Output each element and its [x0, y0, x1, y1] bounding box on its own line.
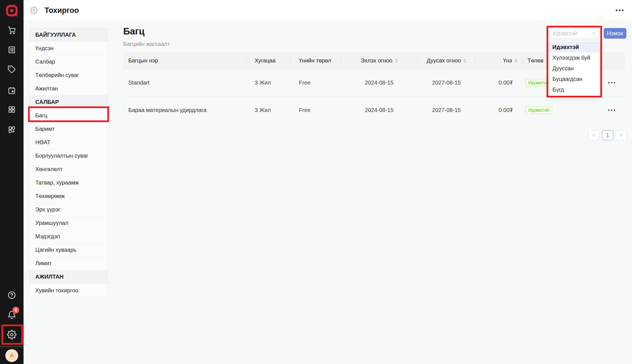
package-name: Бараа материалын удирдлага	[123, 97, 247, 124]
sorter-icon[interactable]	[463, 59, 466, 63]
status-filter-placeholder: Идэвхтэй	[553, 30, 592, 37]
ellipsis-icon	[616, 10, 617, 11]
q-logo-icon	[5, 4, 18, 17]
nav-sales[interactable]	[0, 26, 24, 35]
col-header-price-type: Үнийн төрөл	[291, 52, 341, 69]
sidebar-item-noat[interactable]: НӨАТ	[29, 136, 108, 149]
ellipsis-icon	[608, 82, 610, 83]
sidebar-item-salbar[interactable]: Салбар	[29, 55, 108, 69]
sidebar-item-uramshuulal[interactable]: Урамшуулал	[29, 216, 108, 230]
page-header-title: Тохиргоо	[45, 6, 79, 15]
help-button[interactable]	[0, 291, 24, 300]
sidebar-item-tolboriin-suvag[interactable]: Төлбөрийн суваг	[29, 69, 108, 82]
nav-orders[interactable]	[0, 45, 24, 54]
package-duration: 3 Жил	[247, 97, 291, 124]
dropdown-option-idevkhtei[interactable]: Идэвхтэй	[549, 42, 600, 52]
status-filter-select[interactable]: Идэвхтэй	[549, 28, 600, 39]
order-list-icon	[8, 46, 16, 54]
package-price: 0.00₮	[475, 97, 523, 124]
pagination-next-button[interactable]: >	[616, 130, 627, 140]
dropdown-option-bugd[interactable]: Бүгд	[549, 84, 600, 95]
help-icon	[8, 291, 16, 299]
col-header-name: Багцын нэр	[123, 52, 247, 69]
rail-footer-divider	[0, 347, 24, 347]
app-rail: 8 A	[0, 0, 24, 364]
gear-icon	[30, 6, 38, 14]
col-header-price[interactable]: Үнэ	[475, 52, 523, 69]
sorter-icon[interactable]	[395, 59, 398, 63]
sidebar-item-undsen[interactable]: Үндсэн	[29, 42, 108, 55]
package-start-date: 2024-08-15	[341, 97, 417, 124]
chevron-down-icon	[592, 32, 596, 35]
avatar[interactable]: A	[5, 349, 18, 362]
row-actions-button[interactable]	[608, 107, 615, 113]
sidebar-item-ajiltan[interactable]: Ажилтан	[29, 82, 108, 95]
sidebar-section-ajiltan: АЖИЛТАН	[29, 270, 108, 284]
sidebar-item-tokhoromj[interactable]: Төхөөрөмж	[29, 190, 108, 203]
sidebar-item-borluulaltyn-suvag[interactable]: Борлуулалтын суваг	[29, 149, 108, 163]
nav-pricing[interactable]	[0, 65, 24, 74]
package-duration: 3 Жил	[247, 69, 291, 96]
more-menu-button[interactable]	[614, 7, 626, 13]
package-start-date: 2024-08-15	[341, 69, 417, 96]
col-header-end-date[interactable]: Дуусах огноо	[417, 52, 475, 69]
package-name: Standart	[123, 69, 247, 96]
sidebar-item-erkh-uureg[interactable]: Эрх үүрэг	[29, 203, 108, 216]
cart-icon	[8, 26, 16, 34]
status-badge: Идэвхтэй	[525, 79, 552, 87]
sidebar-section-salbar: САЛБАР	[29, 95, 108, 109]
page-title: Багц	[123, 26, 145, 37]
ellipsis-icon	[608, 109, 610, 111]
sidebar-item-khuviin-tokhirgoo[interactable]: Хувийн тохиргоо	[29, 284, 108, 297]
nav-apps[interactable]	[0, 105, 24, 114]
add-button[interactable]: Нэмэх	[604, 28, 626, 39]
notifications-button[interactable]	[0, 310, 24, 320]
notification-badge: 8	[12, 307, 19, 314]
page-subtitle: Багцийн жагсаалт	[123, 41, 170, 47]
sidebar-item-tsagiin-khuvaar[interactable]: Цагийн хуваарь	[29, 243, 108, 257]
sidebar-item-medegdel[interactable]: Мэдэгдэл	[29, 230, 108, 243]
status-badge: Идэвхтэй	[525, 106, 552, 114]
sidebar-item-barimt[interactable]: Баримт	[29, 122, 108, 136]
page-root: 8 A Тохиргоо БАЙГУУЛЛАГА Үндсэн Салбар Т…	[0, 0, 632, 364]
sidebar-item-tatvar-khuraamj[interactable]: Татвар, хураамж	[29, 176, 108, 190]
row-actions-button[interactable]	[608, 80, 615, 86]
settings-icon	[7, 330, 17, 339]
sidebar-item-khongololt[interactable]: Хөнгөлөлт	[29, 163, 108, 176]
sidebar-section-baiguullaga: БАЙГУУЛЛАГА	[29, 28, 108, 42]
package-price-type: Free	[291, 69, 341, 96]
topbar: Тохиргоо	[24, 0, 632, 21]
sidebar-item-limit[interactable]: Лимит	[29, 257, 108, 270]
pagination-page-1[interactable]: 1	[602, 130, 613, 140]
col-header-duration: Хугацаа	[247, 52, 291, 69]
dropdown-option-butsaagdsan[interactable]: Буцаагдсан	[549, 74, 600, 84]
sidebar-item-bagts[interactable]: Багц	[29, 109, 108, 122]
settings-sidebar: БАЙГУУЛЛАГА Үндсэн Салбар Төлбөрийн сува…	[29, 28, 108, 297]
settings-button[interactable]	[0, 330, 24, 339]
app-logo[interactable]	[0, 3, 24, 18]
dropdown-option-khuleegdej-bui[interactable]: Хүлээгдэж буй	[549, 52, 600, 63]
pagination-prev-button[interactable]: <	[588, 130, 600, 140]
status-filter-dropdown: Идэвхтэй Хүлээгдэж буй Дууссан Буцаагдса…	[549, 41, 600, 96]
calendar-icon	[8, 86, 16, 95]
package-price-type: Free	[291, 97, 341, 124]
pagination: < 1 >	[588, 130, 627, 140]
tag-icon	[8, 65, 16, 74]
package-end-date: 2027-08-15	[417, 69, 475, 96]
table-row[interactable]: Бараа материалын удирдлага 3 Жил Free 20…	[123, 97, 625, 124]
col-header-start-date[interactable]: Эхлэх огноо	[341, 52, 417, 69]
apps-add-icon	[8, 125, 16, 134]
dropdown-option-duussan[interactable]: Дууссан	[549, 63, 600, 74]
nav-calendar[interactable]	[0, 86, 24, 95]
package-price: 0.00₮	[475, 69, 523, 96]
sorter-icon[interactable]	[515, 59, 517, 63]
package-end-date: 2027-08-15	[417, 97, 475, 124]
nav-apps-add[interactable]	[0, 125, 24, 134]
apps-grid-icon	[8, 105, 16, 114]
package-status: Идэвхтэй	[523, 97, 583, 124]
